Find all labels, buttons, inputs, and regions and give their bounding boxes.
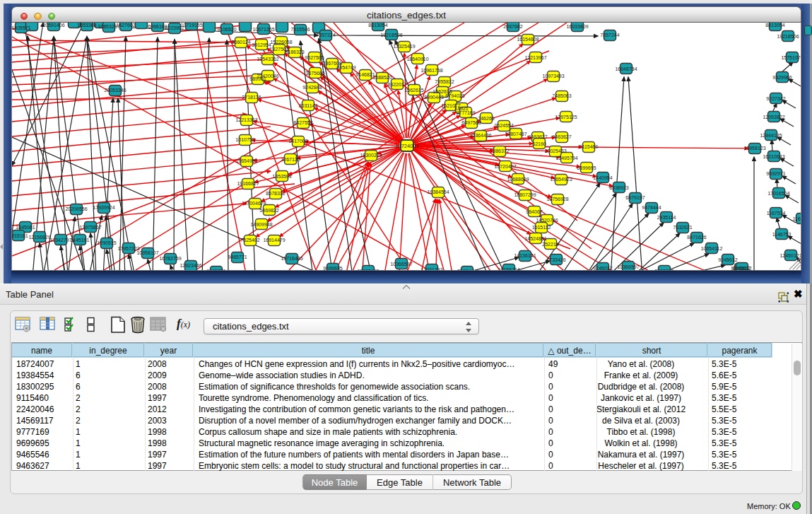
svg-text:9692971: 9692971 [766,171,785,176]
svg-text:10973493: 10973493 [542,74,564,78]
svg-text:8990443: 8990443 [424,95,443,100]
svg-text:12975125: 12975125 [555,115,577,119]
svg-text:6899695: 6899695 [577,165,596,170]
svg-text:9474444: 9474444 [642,205,661,210]
svg-text:252214: 252214 [542,242,558,247]
svg-text:8578312: 8578312 [266,191,285,196]
svg-text:9463627: 9463627 [528,134,547,139]
svg-text:8660124: 8660124 [231,40,250,45]
svg-text:18640910: 18640910 [406,57,428,62]
svg-text:16648784: 16648784 [615,66,637,71]
svg-text:62160: 62160 [532,141,546,146]
svg-text:1527602: 1527602 [116,23,135,28]
svg-text:19218506: 19218506 [777,34,799,39]
svg-text:9245612: 9245612 [732,266,751,270]
svg-text:3267130: 3267130 [281,157,300,162]
svg-text:7357224: 7357224 [316,33,335,37]
svg-text:8186323: 8186323 [285,49,304,54]
svg-text:22420046: 22420046 [257,74,278,78]
svg-text:1417008: 1417008 [288,139,307,144]
svg-text:9527505: 9527505 [305,55,324,60]
svg-text:9227342: 9227342 [766,96,785,101]
svg-text:12156829: 12156829 [28,235,50,240]
svg-text:1146753: 1146753 [772,232,792,237]
svg-text:1145191: 1145191 [71,238,90,243]
svg-text:9245012: 9245012 [593,266,612,270]
svg-text:746266: 746266 [478,116,494,121]
svg-text:10654112: 10654112 [701,246,723,251]
svg-text:12450121: 12450121 [779,253,801,258]
svg-text:16210643: 16210643 [763,154,784,159]
svg-text:15751074: 15751074 [781,55,801,60]
svg-text:6497568: 6497568 [461,120,481,125]
svg-text:12093822: 12093822 [763,115,784,119]
svg-text:7857244: 7857244 [600,33,619,37]
svg-text:7625402: 7625402 [240,238,259,243]
svg-text:1167534: 1167534 [767,211,786,216]
svg-text:1615112: 1615112 [532,225,551,230]
svg-text:16782759: 16782759 [159,256,181,261]
svg-text:15716485: 15716485 [281,256,302,261]
svg-text:10671355: 10671355 [252,27,274,32]
svg-text:12213967: 12213967 [524,55,546,60]
svg-text:9463627: 9463627 [552,134,571,139]
svg-text:8454749: 8454749 [336,65,355,70]
svg-text:3624554: 3624554 [494,123,513,128]
svg-text:14909948: 14909948 [250,222,272,227]
svg-text:5469822: 5469822 [259,208,278,213]
svg-text:9245612: 9245612 [718,257,737,262]
svg-text:18807299: 18807299 [514,192,536,197]
svg-text:1733426: 1733426 [546,257,565,262]
svg-text:1562615: 1562615 [404,88,423,93]
svg-text:12923446: 12923446 [180,263,201,268]
svg-text:20053346: 20053346 [104,88,126,93]
svg-text:1405571: 1405571 [12,25,31,30]
svg-text:8427552: 8427552 [293,120,312,125]
svg-text:10719155: 10719155 [180,23,202,28]
svg-text:18724007: 18724007 [395,143,418,149]
svg-text:1290515: 1290515 [97,240,116,245]
svg-text:12213363: 12213363 [235,117,257,122]
svg-text:1353594: 1353594 [272,174,291,179]
svg-text:16158264: 16158264 [498,267,519,270]
svg-text:19654923: 19654923 [550,177,572,182]
svg-text:10958107: 10958107 [136,250,158,255]
svg-text:7955812: 7955812 [435,79,454,84]
svg-text:3875685: 3875685 [305,71,324,76]
svg-text:19756928: 19756928 [546,197,568,201]
svg-text:9329966: 9329966 [772,75,792,80]
svg-text:10543362: 10543362 [257,57,278,62]
svg-text:20364436: 20364436 [469,133,491,138]
svg-text:20206556: 20206556 [65,206,87,211]
svg-text:1167534: 1167534 [793,216,801,221]
svg-text:1440954: 1440954 [593,175,612,180]
svg-text:19218506: 19218506 [380,33,402,37]
svg-text:9115460: 9115460 [579,144,599,149]
svg-text:19166827: 19166827 [237,181,259,186]
svg-text:10688609: 10688609 [507,177,529,182]
svg-text:1653384: 1653384 [77,23,96,28]
svg-text:8813054: 8813054 [368,23,387,28]
svg-text:1845061: 1845061 [16,225,35,230]
svg-text:8322017: 8322017 [387,82,406,87]
svg-text:1588520: 1588520 [372,75,392,80]
svg-text:16154808: 16154808 [517,37,539,42]
svg-text:14136141: 14136141 [514,253,536,258]
svg-text:16033809: 16033809 [566,24,588,29]
svg-text:17004678: 17004678 [244,201,266,206]
svg-text:13495794: 13495794 [555,156,577,160]
svg-text:12021243: 12021243 [420,267,442,270]
svg-text:8990444: 8990444 [457,269,476,270]
svg-text:9465771: 9465771 [206,269,225,270]
svg-text:8938923: 8938923 [609,185,628,190]
svg-text:9242848: 9242848 [302,85,322,90]
svg-text:18300273: 18300273 [360,153,382,158]
svg-text:9777169: 9777169 [456,110,475,115]
svg-text:16961758: 16961758 [420,68,442,73]
svg-text:10807487: 10807487 [505,132,526,136]
svg-text:7515546: 7515546 [290,27,310,32]
svg-text:13975867: 13975867 [79,225,101,230]
svg-text:6879197: 6879197 [625,195,645,200]
svg-text:12444135: 12444135 [760,133,782,138]
svg-text:7632621: 7632621 [673,225,692,230]
